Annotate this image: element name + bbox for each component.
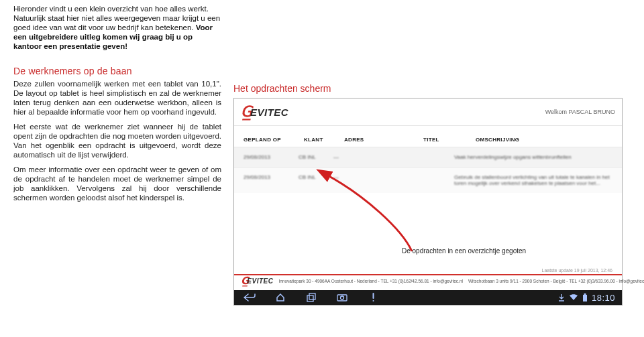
nav-recents-button[interactable] <box>296 290 327 305</box>
cell-omschrijving: Vaak herverdelingswijze opgans wittenbro… <box>454 154 612 160</box>
th-omschrijving: OMSCHRIJVING <box>476 137 612 143</box>
left-p3: Om meer informatie over een opdracht wee… <box>13 165 221 202</box>
cell-adres: — <box>333 174 407 186</box>
footer-addr-be: Witschotbaan 3 units 9/11 - 2900 Schoten… <box>468 279 644 283</box>
th-titel: TITEL <box>423 137 476 143</box>
download-icon <box>558 293 565 301</box>
svg-rect-5 <box>584 293 586 295</box>
cell-klant: CB INL <box>299 154 333 160</box>
left-section-title: De werknemers op de baan <box>13 66 221 76</box>
svg-rect-4 <box>583 295 587 301</box>
svg-rect-1 <box>309 293 315 299</box>
th-klant: KLANT <box>304 137 344 143</box>
cell-adres: — <box>333 154 407 160</box>
welkom-text: Welkom PASCAL BRUNO <box>545 109 615 115</box>
gevitec-logo: G̲EVITEC <box>241 104 305 120</box>
svg-rect-0 <box>307 295 313 301</box>
annotation-text: De opdrachten in een overzichtje gegoten <box>402 247 526 255</box>
battery-icon <box>582 293 588 301</box>
left-p1: Deze zullen voornamelijk werken met een … <box>13 79 221 117</box>
clock: 18:10 <box>592 293 615 303</box>
cell-gepland: 29/08/2013 <box>244 174 299 186</box>
cell-omschrijving: Gebruik de stallenboord verlichting van … <box>454 174 612 186</box>
nav-home-button[interactable] <box>265 290 296 305</box>
intro-text: Hieronder vindt u een klein overzicht va… <box>13 5 220 31</box>
nav-back-button[interactable] <box>234 290 265 305</box>
th-adres: ADRES <box>344 137 423 143</box>
table-row[interactable]: 29/08/2013 CB INL — Vaak herverdelingswi… <box>234 147 622 167</box>
cell-titel <box>407 154 454 160</box>
right-section-title: Het opdrachten scherm <box>233 83 631 94</box>
th-gepland: GEPLAND OP <box>244 137 304 143</box>
nav-screenshot-button[interactable] <box>327 290 358 305</box>
footer-addr-nl: Innovatiepark 30 - 4906AA Oosterhout - N… <box>278 279 463 283</box>
cell-gepland: 29/08/2013 <box>244 154 299 160</box>
screenshot-footer: G̲EVITEC Innovatiepark 30 - 4906AA Ooste… <box>234 270 622 289</box>
cell-klant: CB INL <box>299 174 333 186</box>
nav-extra-button[interactable] <box>358 290 388 305</box>
table-header: GEPLAND OP KLANT ADRES TITEL OMSCHRIJVIN… <box>234 126 622 147</box>
cell-titel <box>407 174 454 186</box>
left-p2: Het eerste wat de werknemer ziet wanneer… <box>13 122 221 159</box>
intro-paragraph: Hieronder vindt u een klein overzicht va… <box>13 4 221 51</box>
gevitec-logo-footer: G̲EVITEC <box>241 273 273 289</box>
android-navbar: 18:10 <box>234 290 622 305</box>
svg-point-3 <box>341 296 344 299</box>
tablet-screenshot: G̲EVITEC Welkom PASCAL BRUNO GEPLAND OP … <box>233 98 623 306</box>
table-row[interactable]: 29/08/2013 CB INL — Gebruik de stallenbo… <box>234 167 622 193</box>
wifi-icon <box>569 294 578 301</box>
